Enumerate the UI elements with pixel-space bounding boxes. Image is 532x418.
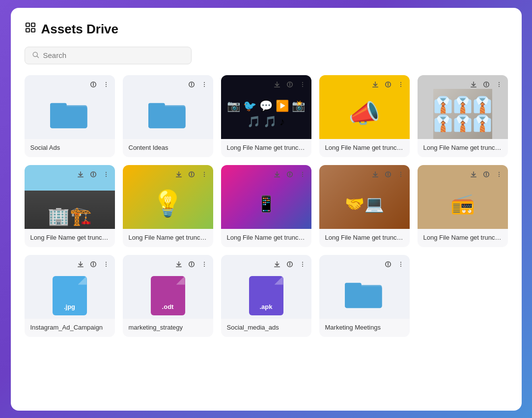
card-name-social-ads: Social Ads xyxy=(25,139,115,157)
svg-point-18 xyxy=(203,82,204,83)
header: Assets Drive xyxy=(25,22,508,37)
card-name-file-phone: Long File Name get truncat... xyxy=(221,229,311,247)
svg-point-47 xyxy=(498,85,499,86)
more-btn-content-ideas[interactable] xyxy=(199,80,209,89)
svg-point-52 xyxy=(93,172,93,173)
download-btn-file-odt[interactable] xyxy=(174,260,184,269)
card-file-phone[interactable]: 📱 Long File Name get truncat... xyxy=(221,165,311,247)
download-btn-file-radio[interactable] xyxy=(469,170,478,179)
card-marketing-meetings[interactable]: Marketing Meetings xyxy=(319,255,410,337)
download-btn-file-phone[interactable] xyxy=(272,170,282,179)
svg-point-84 xyxy=(486,172,486,173)
svg-point-95 xyxy=(105,265,106,266)
svg-point-111 xyxy=(302,265,303,266)
card-file-buildings[interactable]: 🏢🏗️ Long File Name get truncat... xyxy=(25,165,115,247)
info-btn-file-jpg[interactable] xyxy=(88,260,98,269)
card-file-jpg[interactable]: .jpg Instagram_Ad_Campaign xyxy=(25,255,115,337)
card-actions-social-ads xyxy=(88,80,111,89)
card-actions-file-buildings xyxy=(76,170,111,179)
svg-point-110 xyxy=(302,263,303,264)
info-btn-file-buildings[interactable] xyxy=(88,170,98,179)
info-btn-file-social-icons[interactable] xyxy=(285,80,295,89)
card-file-lightbulb[interactable]: 💡 Long File Name get truncat... xyxy=(123,165,213,247)
download-btn-file-coworking[interactable] xyxy=(370,170,380,179)
download-btn-file-jpg[interactable] xyxy=(76,260,85,269)
more-btn-file-social-icons[interactable] xyxy=(298,80,308,89)
info-btn-content-ideas[interactable] xyxy=(187,80,196,89)
search-input[interactable] xyxy=(43,51,184,59)
more-btn-social-ads[interactable] xyxy=(101,80,111,89)
info-btn-file-coworking[interactable] xyxy=(383,170,393,179)
more-btn-file-radio[interactable] xyxy=(494,170,504,179)
download-btn-file-meeting1[interactable] xyxy=(469,80,478,89)
card-file-social-icons[interactable]: 📷 🐦 💬 ▶️ 📸 🎵 🎵 ♪ Long File Name get trun… xyxy=(221,75,311,157)
file-grid: Social Ads Content Ideas xyxy=(25,75,508,337)
svg-point-37 xyxy=(400,82,401,83)
more-btn-file-megaphone[interactable] xyxy=(396,80,406,89)
info-btn-file-meeting1[interactable] xyxy=(481,80,491,89)
grid-icon xyxy=(25,22,36,36)
card-actions-file-odt xyxy=(174,260,209,269)
card-name-content-ideas: Content Ideas xyxy=(123,139,213,157)
card-file-radio[interactable]: 📻 Long File Name get truncat... xyxy=(418,165,508,247)
info-btn-file-odt[interactable] xyxy=(187,260,196,269)
svg-line-5 xyxy=(37,56,38,57)
card-actions-file-social-icons xyxy=(272,80,308,89)
more-btn-file-jpg[interactable] xyxy=(101,260,111,269)
svg-point-87 xyxy=(498,175,499,176)
info-btn-marketing-meetings[interactable] xyxy=(383,260,393,269)
more-btn-file-coworking[interactable] xyxy=(396,170,406,179)
more-btn-file-buildings[interactable] xyxy=(101,170,111,179)
card-file-meeting1[interactable]: 👔👔👔👔👔👔 Long File Name get truncat... xyxy=(418,75,508,157)
info-btn-file-lightbulb[interactable] xyxy=(187,170,196,179)
svg-point-116 xyxy=(400,263,401,264)
svg-point-70 xyxy=(302,173,303,174)
svg-point-55 xyxy=(105,175,106,176)
card-name-marketing-meetings: Marketing Meetings xyxy=(319,319,410,337)
svg-point-31 xyxy=(302,85,303,86)
card-content-ideas[interactable]: Content Ideas xyxy=(123,75,213,157)
info-btn-file-megaphone[interactable] xyxy=(383,80,393,89)
more-btn-marketing-meetings[interactable] xyxy=(396,260,406,269)
card-actions-file-lightbulb xyxy=(174,170,209,179)
svg-point-102 xyxy=(203,263,204,264)
svg-point-19 xyxy=(203,84,204,84)
svg-point-78 xyxy=(400,173,401,174)
app-container: Assets Drive So xyxy=(11,8,522,411)
svg-point-114 xyxy=(388,262,388,263)
card-actions-content-ideas xyxy=(187,80,209,89)
card-actions-file-phone xyxy=(272,170,308,179)
info-btn-file-phone[interactable] xyxy=(285,170,295,179)
more-btn-file-meeting1[interactable] xyxy=(494,80,504,89)
card-social-ads[interactable]: Social Ads xyxy=(25,75,115,157)
svg-point-103 xyxy=(203,265,204,266)
info-btn-file-radio[interactable] xyxy=(481,170,491,179)
card-file-megaphone[interactable]: 📣 Long File Name get truncat... xyxy=(319,75,410,157)
svg-point-44 xyxy=(486,83,486,83)
info-btn-social-ads[interactable] xyxy=(88,80,98,89)
svg-point-54 xyxy=(105,173,106,174)
download-btn-file-social-icons[interactable] xyxy=(272,80,282,89)
card-name-file-jpg: Instagram_Ad_Campaign xyxy=(25,319,115,337)
download-btn-file-megaphone[interactable] xyxy=(370,80,380,89)
card-file-odt[interactable]: .odt marketing_strategy xyxy=(123,255,213,337)
svg-point-94 xyxy=(105,263,106,264)
svg-point-79 xyxy=(400,175,401,176)
info-btn-file-apk[interactable] xyxy=(285,260,295,269)
more-btn-file-phone[interactable] xyxy=(298,170,308,179)
svg-rect-14 xyxy=(50,106,87,128)
card-actions-file-megaphone xyxy=(370,80,406,89)
card-name-file-social-icons: Long File Name get truncat... xyxy=(221,139,311,157)
svg-point-77 xyxy=(400,172,401,173)
more-btn-file-odt[interactable] xyxy=(199,260,209,269)
download-btn-file-lightbulb[interactable] xyxy=(174,170,184,179)
more-btn-file-lightbulb[interactable] xyxy=(199,170,209,179)
more-btn-file-apk[interactable] xyxy=(298,260,308,269)
download-btn-file-buildings[interactable] xyxy=(76,170,85,179)
svg-point-11 xyxy=(105,85,106,86)
card-file-apk[interactable]: .apk Social_media_ads xyxy=(221,255,311,337)
svg-point-93 xyxy=(105,262,106,263)
svg-point-36 xyxy=(388,83,388,83)
download-btn-file-apk[interactable] xyxy=(272,260,282,269)
card-file-coworking[interactable]: 🤝💻 Long File Name get truncat... xyxy=(319,165,410,247)
